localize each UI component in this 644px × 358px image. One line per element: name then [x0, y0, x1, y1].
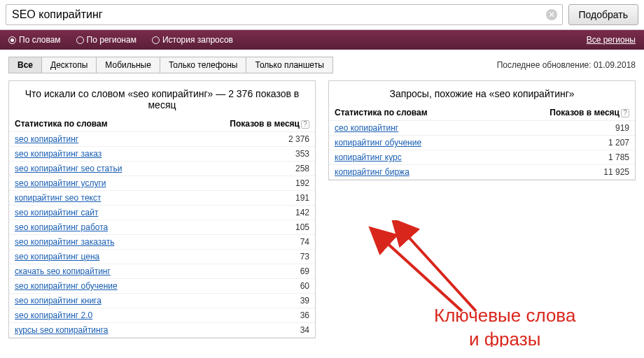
count: 258: [295, 164, 309, 173]
table-row: копирайтинг seo текст191: [9, 191, 315, 206]
table-row: копирайтинг курс1 785: [329, 150, 635, 165]
table-row: сео копирайтинг919: [329, 121, 635, 136]
region-selector[interactable]: Все регионы: [587, 35, 636, 45]
help-icon[interactable]: ?: [301, 120, 309, 129]
panel-title: Что искали со словом «seo копирайтинг» —…: [9, 81, 315, 116]
count: 34: [300, 325, 309, 335]
panel-searched-with: Что искали со словом «seo копирайтинг» —…: [8, 80, 316, 338]
table-body: сео копирайтинг919копирайтинг обучение1 …: [329, 121, 635, 180]
annotation-text: Ключевые слова и фразы: [434, 304, 575, 347]
query-link[interactable]: копирайтинг seo текст: [15, 193, 101, 203]
count: 39: [300, 296, 309, 306]
count: 1 785: [608, 152, 629, 162]
radio-icon: [8, 36, 16, 44]
annotation-overlay: Ключевые слова и фразы: [364, 220, 518, 347]
radio-icon: [76, 36, 84, 44]
query-link[interactable]: seo копирайтинг цена: [15, 252, 99, 262]
query-link[interactable]: скачать seo копирайтинг: [15, 266, 111, 276]
help-icon[interactable]: ?: [621, 109, 629, 117]
col-count: Показов в месяц?: [550, 108, 629, 117]
query-link[interactable]: seo копирайтинг заказать: [15, 237, 114, 247]
last-update: Последнее обновление: 01.09.2018: [497, 60, 636, 70]
filter-bar: По словам По регионам История запросов В…: [0, 30, 644, 50]
table-row: seo копирайтинг сайт142: [9, 206, 315, 220]
tab-all[interactable]: Все: [8, 57, 42, 73]
table-row: seo копирайтинг книга39: [9, 294, 315, 308]
tab-bar: Все Десктопы Мобильные Только телефоны Т…: [0, 50, 644, 80]
table-header: Статистика по словам Показов в месяц?: [9, 116, 315, 132]
query-link[interactable]: копирайтинг обучение: [335, 138, 421, 148]
query-link[interactable]: seo копирайтинг книга: [15, 296, 102, 306]
table-row: seo копирайтинг заказать74: [9, 235, 315, 250]
search-bar: ✕ Подобрать: [0, 0, 644, 30]
panels: Что искали со словом «seo копирайтинг» —…: [0, 80, 644, 347]
query-link[interactable]: seo копирайтинг сайт: [15, 208, 98, 217]
radio-group: По словам По регионам История запросов: [8, 35, 233, 45]
tab-tablets[interactable]: Только планшеты: [246, 57, 332, 73]
svg-line-1: [406, 234, 476, 311]
count: 11 925: [603, 167, 629, 177]
count: 74: [300, 237, 309, 247]
count: 2 376: [288, 134, 309, 144]
query-link[interactable]: seo копирайтинг: [15, 134, 78, 144]
tab-phones[interactable]: Только телефоны: [160, 57, 247, 73]
count: 73: [300, 252, 309, 262]
svg-line-0: [385, 241, 462, 311]
panel-similar: Запросы, похожие на «seo копирайтинг» Ст…: [328, 80, 636, 180]
col-count: Показов в месяц?: [230, 119, 309, 129]
clear-icon[interactable]: ✕: [546, 9, 557, 20]
query-link[interactable]: seo копирайтинг услуги: [15, 178, 106, 188]
query-link[interactable]: seo копирайтинг заказ: [15, 149, 102, 159]
table-row: seo копирайтинг 2.036: [9, 308, 315, 323]
table-header: Статистика по словам Показов в месяц?: [329, 105, 635, 121]
count: 69: [300, 266, 309, 276]
table-row: seo копирайтинг заказ353: [9, 147, 315, 162]
radio-label: По словам: [19, 35, 61, 45]
radio-label: История запросов: [162, 35, 233, 45]
table-body: seo копирайтинг2 376seo копирайтинг зака…: [9, 132, 315, 338]
table-row: seo копирайтинг услуги192: [9, 176, 315, 191]
tab-mobile[interactable]: Мобильные: [96, 57, 160, 73]
table-row: seo копирайтинг seo статьи258: [9, 162, 315, 176]
count: 105: [295, 222, 309, 232]
col-stats: Статистика по словам: [15, 119, 108, 129]
table-row: seo копирайтинг обучение60: [9, 279, 315, 294]
count: 353: [295, 149, 309, 159]
query-link[interactable]: копирайтинг курс: [335, 152, 402, 162]
submit-button[interactable]: Подобрать: [568, 4, 639, 25]
query-link[interactable]: копирайтинг биржа: [335, 167, 410, 177]
count: 142: [295, 208, 309, 217]
query-link[interactable]: курсы seo копирайтинга: [15, 325, 108, 335]
radio-label: По регионам: [87, 35, 136, 45]
radio-by-regions[interactable]: По регионам: [76, 35, 136, 45]
count: 36: [300, 310, 309, 320]
count: 60: [300, 281, 309, 291]
count: 191: [295, 193, 309, 203]
radio-icon: [152, 36, 160, 44]
table-row: скачать seo копирайтинг69: [9, 264, 315, 279]
table-row: seo копирайтинг цена73: [9, 250, 315, 264]
device-tabs: Все Десктопы Мобильные Только телефоны Т…: [8, 57, 332, 73]
col-stats: Статистика по словам: [335, 108, 428, 117]
count: 192: [295, 178, 309, 188]
query-link[interactable]: seo копирайтинг 2.0: [15, 310, 92, 320]
search-input-wrap: ✕: [6, 4, 563, 25]
query-link[interactable]: seo копирайтинг обучение: [15, 281, 118, 291]
search-input[interactable]: [6, 4, 563, 25]
panel-title: Запросы, похожие на «seo копирайтинг»: [329, 81, 635, 105]
table-row: курсы seo копирайтинга34: [9, 323, 315, 338]
query-link[interactable]: сео копирайтинг: [335, 123, 398, 133]
radio-history[interactable]: История запросов: [152, 35, 233, 45]
radio-by-words[interactable]: По словам: [8, 35, 61, 45]
count: 1 207: [608, 138, 629, 148]
table-row: seo копирайтинг работа105: [9, 220, 315, 235]
table-row: копирайтинг биржа11 925: [329, 165, 635, 180]
count: 919: [615, 123, 629, 133]
table-row: копирайтинг обучение1 207: [329, 136, 635, 150]
table-row: seo копирайтинг2 376: [9, 132, 315, 147]
query-link[interactable]: seo копирайтинг работа: [15, 222, 108, 232]
query-link[interactable]: seo копирайтинг seo статьи: [15, 164, 122, 173]
tab-desktops[interactable]: Десктопы: [41, 57, 97, 73]
